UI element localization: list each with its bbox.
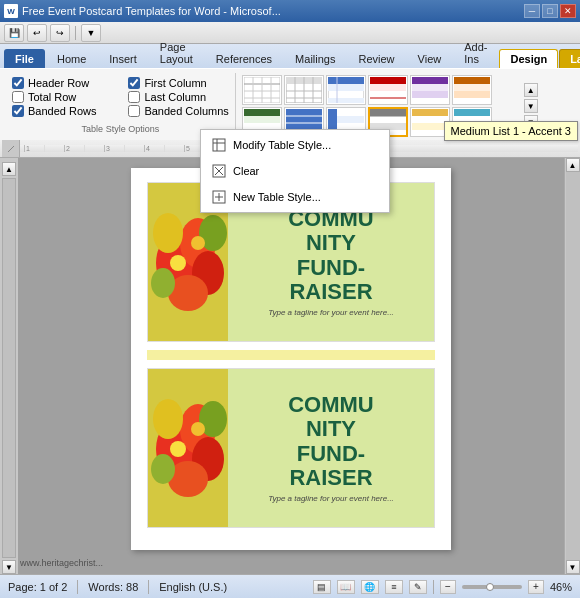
tab-mailings[interactable]: Mailings	[284, 49, 346, 68]
zoom-level[interactable]: 46%	[550, 581, 572, 593]
close-button[interactable]: ✕	[560, 4, 576, 18]
app-icon: W	[4, 4, 18, 18]
svg-rect-48	[412, 123, 448, 130]
svg-rect-16	[328, 84, 364, 91]
total-row-checkbox[interactable]	[12, 91, 24, 103]
tab-page-layout[interactable]: Page Layout	[149, 37, 204, 68]
tab-file[interactable]: File	[4, 49, 45, 68]
web-layout-button[interactable]: 🌐	[361, 580, 379, 594]
outline-button[interactable]: ≡	[385, 580, 403, 594]
table-style-options-group: Header Row First Column Total Row Last C…	[6, 73, 236, 136]
banded-columns-option[interactable]: Banded Columns	[128, 105, 228, 117]
modify-table-style-item[interactable]: Modify Table Style...	[201, 132, 389, 158]
gallery-item-4[interactable]	[368, 75, 408, 105]
banded-columns-label: Banded Columns	[144, 105, 228, 117]
checkboxes-container: Header Row First Column Total Row Last C…	[12, 75, 229, 120]
last-column-label: Last Column	[144, 91, 206, 103]
svg-rect-15	[328, 77, 364, 84]
gallery-item-6[interactable]	[452, 75, 492, 105]
first-column-option[interactable]: First Column	[128, 77, 228, 89]
banded-rows-option[interactable]: Banded Rows	[12, 105, 112, 117]
ribbon-tabs: File Home Insert Page Layout References …	[0, 44, 580, 68]
vscroll-up[interactable]: ▲	[566, 158, 580, 172]
tab-design[interactable]: Design	[499, 49, 558, 68]
gallery-down-arrow[interactable]: ▼	[524, 99, 538, 113]
svg-rect-28	[454, 77, 490, 84]
tab-addins[interactable]: Add-Ins	[453, 37, 498, 68]
customize-button[interactable]: ▼	[81, 24, 101, 42]
clear-icon	[211, 163, 227, 179]
header-row-checkbox[interactable]	[12, 77, 24, 89]
svg-rect-26	[412, 91, 448, 98]
header-row-option[interactable]: Header Row	[12, 77, 112, 89]
svg-rect-17	[328, 98, 364, 103]
minimize-button[interactable]: ─	[524, 4, 540, 18]
zoom-out-button[interactable]: −	[440, 580, 456, 594]
postcard-2-tagline[interactable]: Type a tagline for your event here...	[268, 494, 394, 503]
redo-button[interactable]: ↪	[50, 24, 70, 42]
full-reading-button[interactable]: 📖	[337, 580, 355, 594]
status-sep-3	[433, 580, 434, 594]
tab-view[interactable]: View	[407, 49, 453, 68]
svg-point-69	[151, 268, 175, 298]
gallery-item-1[interactable]	[242, 75, 282, 105]
banded-columns-checkbox[interactable]	[128, 105, 140, 117]
word-count: Words: 88	[88, 581, 138, 593]
zoom-in-button[interactable]: +	[528, 580, 544, 594]
scroll-track	[2, 178, 16, 558]
postcard-2-image	[148, 369, 228, 528]
first-column-label: First Column	[144, 77, 206, 89]
postcard-1-tagline[interactable]: Type a tagline for your event here...	[268, 308, 394, 317]
draft-button[interactable]: ✎	[409, 580, 427, 594]
svg-rect-33	[244, 116, 280, 123]
table-style-options-label: Table Style Options	[12, 120, 229, 134]
left-panel: ▲ ▼	[0, 158, 18, 574]
gallery-item-3[interactable]	[326, 75, 366, 105]
first-column-checkbox[interactable]	[128, 77, 140, 89]
svg-rect-30	[454, 91, 490, 98]
tab-layout[interactable]: Layout	[559, 49, 580, 68]
svg-rect-52	[213, 139, 225, 151]
total-row-option[interactable]: Total Row	[12, 91, 112, 103]
table-styles-dropdown-menu: Modify Table Style... Clear New Table St…	[200, 129, 390, 213]
clear-item[interactable]: Clear	[201, 158, 389, 184]
page-info: Page: 1 of 2	[8, 581, 67, 593]
yellow-band	[147, 350, 435, 360]
tooltip: Medium List 1 - Accent 3	[444, 121, 578, 141]
new-table-style-item[interactable]: New Table Style...	[201, 184, 389, 210]
scroll-up-button[interactable]: ▲	[2, 162, 16, 176]
svg-point-82	[191, 422, 205, 436]
svg-rect-25	[412, 84, 448, 91]
zoom-slider[interactable]	[462, 585, 522, 589]
print-layout-button[interactable]: ▤	[313, 580, 331, 594]
save-button[interactable]: 💾	[4, 24, 24, 42]
tab-insert[interactable]: Insert	[98, 49, 148, 68]
watermark: www.heritagechrist...	[20, 558, 103, 568]
main-area: ▲ ▼	[0, 158, 580, 574]
svg-point-66	[153, 213, 183, 253]
new-table-style-label: New Table Style...	[233, 191, 321, 203]
tab-home[interactable]: Home	[46, 49, 97, 68]
svg-rect-43	[370, 109, 406, 116]
new-table-icon	[211, 189, 227, 205]
right-panel: ▲ ▼	[564, 158, 580, 574]
last-column-option[interactable]: Last Column	[128, 91, 228, 103]
ruler-corner	[2, 140, 20, 157]
svg-point-79	[151, 454, 175, 484]
status-right: ▤ 📖 🌐 ≡ ✎ − + 46%	[313, 580, 572, 594]
undo-button[interactable]: ↩	[27, 24, 47, 42]
last-column-checkbox[interactable]	[128, 91, 140, 103]
toolbar-separator	[75, 26, 76, 40]
svg-rect-20	[370, 77, 406, 84]
gallery-item-5[interactable]	[410, 75, 450, 105]
title-bar: W Free Event Postcard Templates for Word…	[0, 0, 580, 22]
postcard-2: COMMUNITYFUND-RAISER Type a tagline for …	[147, 368, 435, 528]
maximize-button[interactable]: □	[542, 4, 558, 18]
tab-review[interactable]: Review	[347, 49, 405, 68]
gallery-item-2[interactable]	[284, 75, 324, 105]
gallery-up-arrow[interactable]: ▲	[524, 83, 538, 97]
tab-references[interactable]: References	[205, 49, 283, 68]
vscroll-down[interactable]: ▼	[566, 560, 580, 574]
banded-rows-checkbox[interactable]	[12, 105, 24, 117]
scroll-down-button[interactable]: ▼	[2, 560, 16, 574]
